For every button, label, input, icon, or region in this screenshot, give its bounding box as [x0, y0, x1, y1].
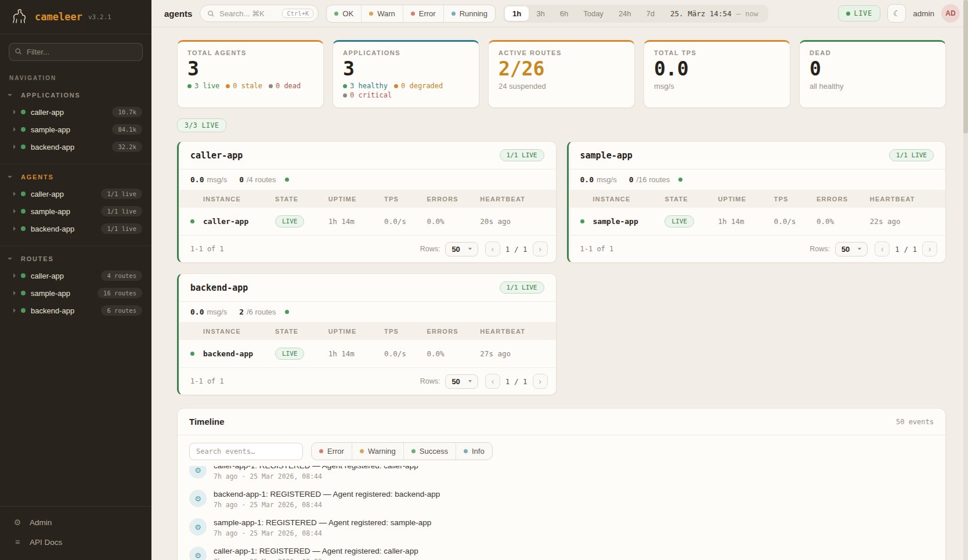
scrollbar[interactable]	[963, 0, 968, 560]
rows-per-page-select[interactable]: 50	[835, 242, 868, 256]
section-header-routes[interactable]: ROUTES	[0, 251, 151, 267]
sidebar-item-backend-app-agent[interactable]: backend-app 1/1 live	[0, 220, 151, 237]
chevron-right-icon	[13, 308, 16, 313]
sidebar-item-api-docs[interactable]: ≡ API Docs	[0, 532, 151, 552]
stat-sub-label: 0 degraded	[401, 82, 443, 90]
live-status-badge: LIVE	[838, 5, 881, 21]
filter-running[interactable]: Running	[443, 5, 495, 22]
timeline-title: Timeline	[189, 417, 225, 427]
table-row[interactable]: backend-app LIVE 1h 14m 0.0/s 0.0% 27s a…	[179, 340, 556, 368]
time-range-today[interactable]: Today	[576, 6, 611, 21]
sidebar-footer: ⚙ Admin ≡ API Docs	[0, 506, 151, 560]
errors-cell: 0.0%	[817, 217, 870, 226]
timeline-event[interactable]: ⚙ sample-app-1: REGISTERED — Agent regis…	[189, 514, 934, 542]
chevron-right-icon	[13, 110, 16, 114]
logo-row: cameleer v3.2.1	[0, 0, 151, 34]
time-range-group: 1h 3h 6h Today 24h 7d 25. März 14:54 — n…	[503, 5, 768, 23]
section-header-applications[interactable]: APPLICATIONS	[0, 87, 151, 103]
app-card-title: backend-app	[190, 283, 248, 293]
event-timestamp: 7h ago · 25 Mar 2026, 08:23	[214, 558, 418, 560]
tps-unit: msg/s	[207, 308, 227, 316]
timeline-event[interactable]: ⚙ caller-app-1: REGISTERED — Agent regis…	[189, 466, 934, 485]
chevron-down-icon	[468, 380, 472, 382]
sidebar-item-sample-app-routes[interactable]: sample-app 16 routes	[0, 284, 151, 302]
timeline-events-list[interactable]: ⚙ caller-app-1: REGISTERED — Agent regis…	[178, 466, 945, 560]
filter-event-success[interactable]: Success	[403, 443, 456, 460]
filter-input[interactable]	[9, 43, 143, 61]
section-label: AGENTS	[21, 174, 54, 180]
scrollbar-thumb[interactable]	[963, 0, 968, 133]
prev-page-button[interactable]: ‹	[875, 241, 890, 256]
time-range-7d[interactable]: 7d	[639, 6, 662, 21]
sidebar-item-admin[interactable]: ⚙ Admin	[0, 512, 151, 532]
rows-per-page-select[interactable]: 50	[445, 242, 478, 256]
sidebar-item-sample-app-agent[interactable]: sample-app 1/1 live	[0, 203, 151, 220]
live-dot-icon	[846, 12, 850, 16]
filter-event-info[interactable]: Info	[456, 443, 492, 460]
stat-label: DEAD	[810, 49, 936, 56]
filter-ok[interactable]: OK	[327, 5, 361, 22]
time-separator: —	[736, 9, 741, 18]
section-header-agents[interactable]: AGENTS	[0, 169, 151, 185]
sidebar-item-badge: 10.7k	[112, 107, 142, 117]
filter-event-error[interactable]: Error	[312, 443, 352, 460]
time-range-6h[interactable]: 6h	[552, 6, 576, 21]
table-header: INSTANCE STATE UPTIME TPS ERRORS HEARTBE…	[569, 190, 946, 208]
next-page-button[interactable]: ›	[533, 241, 548, 256]
status-dot	[21, 308, 26, 313]
filter-warn[interactable]: Warn	[361, 5, 403, 22]
prev-page-button[interactable]: ‹	[485, 374, 500, 389]
moon-icon: ☾	[893, 9, 901, 18]
event-filter-group: Error Warning Success Info	[311, 442, 493, 460]
sidebar-item-label: sample-app	[31, 207, 70, 216]
time-range-1h[interactable]: 1h	[505, 6, 529, 21]
routes-total: /16 routes	[636, 175, 670, 184]
gear-icon: ⚙	[189, 490, 207, 507]
sidebar-item-caller-app-agent[interactable]: caller-app 1/1 live	[0, 185, 151, 203]
stat-label: TOTAL AGENTS	[187, 49, 313, 56]
stat-value: 3	[187, 59, 313, 80]
username: admin	[913, 9, 934, 18]
sidebar-item-backend-app[interactable]: backend-app 32.2k	[0, 138, 151, 156]
filter-error[interactable]: Error	[403, 5, 443, 22]
time-range-24h[interactable]: 24h	[611, 6, 639, 21]
next-page-button[interactable]: ›	[922, 241, 937, 256]
content: TOTAL AGENTS 3 3 live 0 stale 0 dead APP…	[151, 27, 968, 560]
table-row[interactable]: sample-app LIVE 1h 14m 0.0/s 0.0% 22s ag…	[569, 208, 946, 236]
stat-value: 3	[343, 59, 469, 80]
status-dot	[21, 144, 26, 149]
gear-icon: ⚙	[189, 466, 207, 479]
filter-label: Warn	[377, 9, 395, 18]
dark-mode-toggle[interactable]: ☾	[887, 4, 906, 23]
chevron-right-icon	[13, 273, 16, 278]
avatar[interactable]: AD	[941, 4, 960, 23]
routes-active: 0	[629, 175, 634, 184]
sidebar-item-caller-app-routes[interactable]: caller-app 4 routes	[0, 267, 151, 284]
tps-value: 0.0	[190, 308, 204, 316]
app-card-title: sample-app	[580, 150, 633, 161]
events-search-input[interactable]	[189, 443, 303, 460]
stat-sub-label: 3 healthy	[350, 82, 388, 90]
sidebar-item-backend-app-routes[interactable]: backend-app 6 routes	[0, 302, 151, 319]
app-card-caller-app: caller-app 1/1 LIVE 0.0 msg/s 0 /4 route…	[177, 141, 557, 263]
prev-page-button[interactable]: ‹	[485, 241, 500, 256]
table-row[interactable]: caller-app LIVE 1h 14m 0.0/s 0.0% 20s ag…	[179, 208, 556, 236]
rows-per-page-select[interactable]: 50	[445, 374, 478, 389]
next-page-button[interactable]: ›	[533, 374, 548, 389]
sidebar-item-badge: 16 routes	[97, 288, 142, 298]
global-search[interactable]: Search... ⌘K Ctrl+K	[200, 5, 319, 22]
filter-event-warning[interactable]: Warning	[352, 443, 403, 460]
range-label: 1-1 of 1	[580, 245, 614, 253]
time-range-3h[interactable]: 3h	[529, 6, 552, 21]
live-dot-icon	[187, 84, 192, 88]
app-card-sample-app: sample-app 1/1 LIVE 0.0 msg/s 0 /16 rout…	[567, 141, 947, 263]
timeline-event[interactable]: ⚙ backend-app-1: REGISTERED — Agent regi…	[189, 485, 934, 514]
page-indicator: 1 / 1	[505, 245, 528, 254]
status-dot	[21, 192, 26, 196]
status-dot	[190, 219, 194, 223]
sidebar-item-caller-app[interactable]: caller-app 10.7k	[0, 103, 151, 121]
rows-label: Rows:	[420, 377, 440, 385]
sidebar-item-sample-app[interactable]: sample-app 84.1k	[0, 121, 151, 138]
routes-active: 2	[239, 308, 244, 316]
timeline-event[interactable]: ⚙ caller-app-1: REGISTERED — Agent regis…	[189, 542, 934, 560]
